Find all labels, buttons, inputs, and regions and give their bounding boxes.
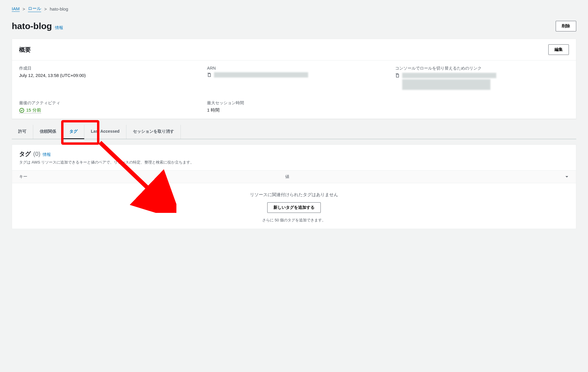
summary-switch-link: コンソールでロールを切り替えるためのリンク bbox=[388, 60, 576, 95]
chevron-right-icon: > bbox=[44, 6, 47, 11]
summary-max-session: 最大セッション時間 1 時間 bbox=[200, 95, 388, 119]
switch-link-value-redacted bbox=[402, 73, 496, 78]
copy-icon[interactable] bbox=[207, 73, 212, 77]
created-value: July 12, 2024, 13:58 (UTC+09:00) bbox=[19, 73, 193, 78]
tab-tags[interactable]: タグ bbox=[63, 125, 84, 139]
summary-grid: 作成日 July 12, 2024, 13:58 (UTC+09:00) ARN… bbox=[12, 60, 576, 119]
breadcrumb-roles[interactable]: ロール bbox=[28, 6, 41, 12]
breadcrumb-current: hato-blog bbox=[50, 6, 68, 11]
tags-col-key: キー bbox=[19, 174, 285, 179]
arn-value-redacted bbox=[214, 72, 308, 78]
breadcrumb-iam[interactable]: IAM bbox=[12, 6, 20, 12]
add-tag-button[interactable]: 新しいタグを追加する bbox=[267, 202, 321, 213]
tags-description: タグは AWS リソースに追加できるキーと値のペアで、リソースの特定、整理と検索… bbox=[19, 160, 569, 165]
tags-table-header: キー 値 bbox=[12, 170, 576, 183]
summary-title: 概要 bbox=[19, 46, 31, 54]
page-title-text: hato-blog bbox=[12, 21, 52, 31]
tags-panel: タグ (0) 情報 タグは AWS リソースに追加できるキーと値のペアで、リソー… bbox=[12, 144, 576, 229]
arn-label: ARN bbox=[207, 66, 381, 70]
tab-trust[interactable]: 信頼関係 bbox=[33, 125, 63, 139]
switch-link-value-redacted-2 bbox=[402, 79, 490, 90]
summary-created: 作成日 July 12, 2024, 13:58 (UTC+09:00) bbox=[12, 60, 200, 95]
delete-button[interactable]: 削除 bbox=[556, 21, 576, 31]
max-session-label: 最大セッション時間 bbox=[207, 100, 381, 106]
tags-empty-state: リソースに関連付けられたタグはありません 新しいタグを追加する さらに 50 個… bbox=[12, 183, 576, 229]
tags-col-value: 値 bbox=[285, 174, 551, 179]
check-circle-icon bbox=[19, 108, 24, 113]
chevron-right-icon: > bbox=[23, 6, 25, 11]
tab-revoke-sessions[interactable]: セッションを取り消す bbox=[126, 125, 181, 139]
tab-permissions[interactable]: 許可 bbox=[12, 125, 33, 139]
tags-title-text: タグ bbox=[19, 150, 31, 158]
max-session-value: 1 時間 bbox=[207, 107, 381, 113]
tags-empty-message: リソースに関連付けられたタグはありません bbox=[19, 192, 569, 198]
switch-link-label: コンソールでロールを切り替えるためのリンク bbox=[395, 66, 569, 71]
activity-label: 最後のアクティビティ bbox=[19, 100, 193, 106]
tabs: 許可 信頼関係 タグ Last Accessed セッションを取り消す bbox=[12, 125, 576, 139]
tags-header: タグ (0) 情報 タグは AWS リソースに追加できるキーと値のペアで、リソー… bbox=[12, 145, 576, 170]
copy-icon[interactable] bbox=[395, 73, 400, 78]
breadcrumb: IAM > ロール > hato-blog bbox=[12, 6, 576, 12]
tags-footer-message: さらに 50 個のタグを追加できます。 bbox=[19, 218, 569, 223]
tags-info-link[interactable]: 情報 bbox=[43, 152, 51, 157]
info-link[interactable]: 情報 bbox=[55, 25, 63, 31]
activity-value: 15 分前 bbox=[26, 107, 41, 113]
edit-button[interactable]: 編集 bbox=[548, 44, 569, 55]
summary-header: 概要 編集 bbox=[12, 39, 576, 60]
summary-arn: ARN bbox=[200, 60, 388, 95]
tab-last-accessed[interactable]: Last Accessed bbox=[84, 125, 126, 139]
page-header: hato-blog 情報 削除 bbox=[12, 21, 576, 31]
page-title: hato-blog 情報 bbox=[12, 21, 63, 31]
summary-activity: 最後のアクティビティ 15 分前 bbox=[12, 95, 200, 119]
summary-panel: 概要 編集 作成日 July 12, 2024, 13:58 (UTC+09:0… bbox=[12, 39, 576, 119]
tags-count: (0) bbox=[33, 151, 40, 157]
sort-icon[interactable] bbox=[565, 175, 569, 179]
created-label: 作成日 bbox=[19, 66, 193, 71]
